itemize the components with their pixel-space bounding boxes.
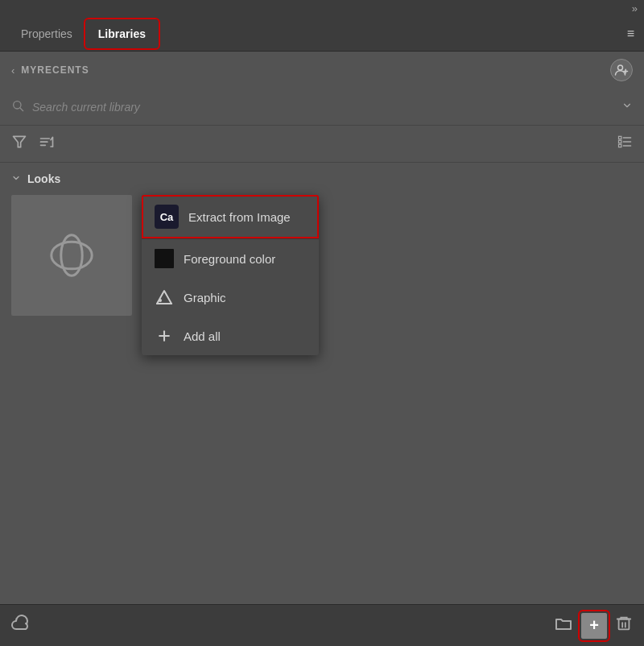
menu-icon[interactable]: ≡ [627, 27, 634, 41]
svg-line-4 [20, 108, 23, 111]
search-bar [0, 89, 644, 126]
cc-icon [47, 231, 96, 280]
filter-icon[interactable] [11, 134, 27, 154]
looks-header: Looks [11, 172, 633, 185]
dropdown-menu: Ca Extract from Image Foreground color [142, 195, 319, 355]
svg-rect-10 [619, 136, 621, 139]
folder-icon[interactable] [554, 614, 573, 637]
trash-icon[interactable] [615, 615, 633, 636]
bottom-bar: + [0, 604, 644, 646]
top-bar: » [0, 0, 644, 16]
svg-point-16 [52, 242, 92, 269]
sort-icon[interactable] [39, 135, 55, 154]
menu-item-graphic[interactable]: Graphic [142, 278, 319, 317]
foreground-color-icon [155, 249, 174, 268]
ca-icon: Ca [155, 205, 179, 229]
filter-left [11, 134, 55, 154]
looks-thumbnail [11, 195, 132, 316]
header: Properties Libraries ≡ [0, 16, 644, 52]
menu-item-label: Extract from Image [188, 210, 291, 224]
cloud-icon[interactable] [11, 614, 31, 637]
menu-item-label: Foreground color [184, 252, 275, 266]
header-tabs: Properties Libraries [10, 21, 157, 47]
back-icon[interactable]: ‹ [11, 64, 14, 77]
looks-title: Looks [27, 172, 60, 185]
section-bar-left: ‹ MYRECENTS [11, 64, 89, 77]
menu-item-label: Add all [184, 329, 221, 343]
looks-content: Ca Extract from Image Foreground color [11, 195, 633, 355]
bottom-right: + [554, 613, 633, 639]
search-dropdown-icon[interactable] [621, 100, 633, 114]
tab-libraries[interactable]: Libraries [87, 21, 157, 47]
filter-bar [0, 126, 644, 163]
looks-collapse-icon[interactable] [11, 173, 21, 184]
graphic-icon [155, 288, 174, 307]
menu-item-add-all[interactable]: Add all [142, 317, 319, 355]
svg-rect-12 [619, 140, 621, 143]
svg-marker-5 [14, 136, 26, 147]
list-view-icon[interactable] [617, 134, 633, 154]
menu-item-label: Graphic [184, 291, 226, 304]
tab-properties[interactable]: Properties [10, 21, 84, 47]
svg-rect-23 [619, 619, 630, 630]
menu-item-foreground-color[interactable]: Foreground color [142, 239, 319, 278]
section-title: MYRECENTS [21, 64, 89, 76]
add-user-button[interactable] [610, 59, 633, 81]
svg-point-0 [618, 65, 623, 70]
svg-marker-18 [157, 291, 171, 304]
section-bar: ‹ MYRECENTS [0, 52, 644, 89]
svg-point-20 [159, 299, 162, 302]
search-icon [11, 99, 24, 115]
search-input[interactable] [32, 101, 613, 114]
header-right: ≡ [627, 27, 634, 41]
looks-section: Looks Ca Extract from Image [0, 163, 644, 355]
menu-item-extract-from-image[interactable]: Ca Extract from Image [142, 195, 319, 238]
add-button[interactable]: + [581, 613, 607, 639]
svg-rect-14 [619, 144, 621, 147]
add-all-icon [155, 326, 174, 346]
expand-icon[interactable]: » [632, 2, 638, 14]
